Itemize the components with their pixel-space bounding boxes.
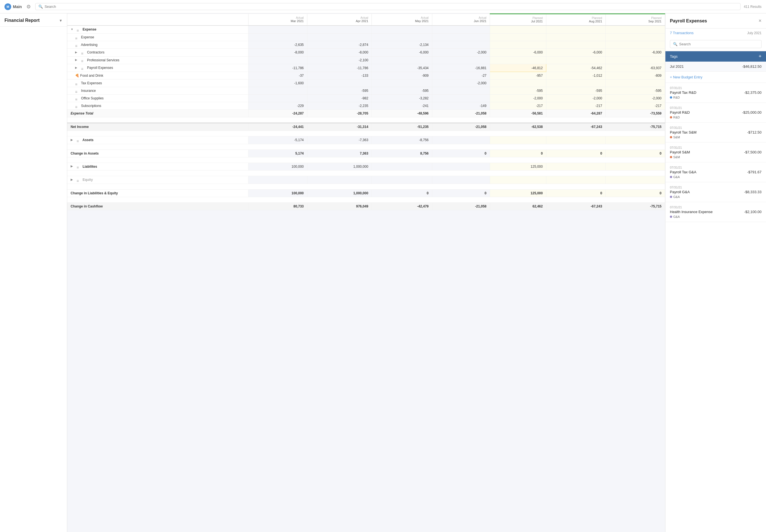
cell [307, 176, 372, 184]
cell: -595 [490, 87, 546, 95]
tag-label: G&A [673, 195, 680, 199]
cell: 0 [546, 190, 606, 197]
cell [432, 176, 490, 184]
cell: -63,937 [606, 64, 665, 72]
cell: -48,596 [372, 110, 432, 117]
hamburger-icon [76, 165, 80, 168]
cell: -7,363 [307, 136, 372, 144]
transaction-date: 07/31/21 [670, 126, 762, 129]
table-row: Change in Assets 5,174 7,363 8,756 0 0 0… [67, 150, 665, 157]
chevron-right-icon[interactable]: ▶ [75, 51, 79, 55]
tag-label: G&A [673, 215, 680, 218]
cell [490, 33, 546, 41]
col-header-jul2021: Planned Jul 2021 [490, 14, 546, 26]
global-search-box[interactable]: 🔍 [35, 3, 741, 10]
chevron-down-icon[interactable]: ▼ [59, 18, 62, 23]
cell [606, 136, 665, 144]
gear-icon[interactable]: ⚙ [25, 3, 32, 11]
table-row: Expense [67, 33, 665, 41]
chevron-down-icon[interactable]: ▼ [71, 28, 74, 32]
global-search-input[interactable] [45, 4, 737, 9]
cell [248, 87, 307, 95]
row-label: Expense [67, 33, 248, 41]
chevron-right-icon[interactable]: ▶ [75, 66, 79, 70]
row-label: ▶ Professional Services [67, 56, 248, 64]
cell: -37 [248, 72, 307, 80]
list-item[interactable]: 07/31/21 Payroll G&A -$8,333.33 G&A [665, 182, 766, 202]
chevron-right-icon[interactable]: ▶ [71, 165, 74, 169]
list-item[interactable]: 07/31/21 Payroll Tax G&A -$791.67 G&A [665, 162, 766, 182]
add-tag-button[interactable]: + [758, 53, 762, 59]
spacer-row [67, 197, 665, 203]
list-item[interactable]: 07/31/21 Payroll R&D -$25,000.00 R&D [665, 103, 766, 123]
transaction-row: Payroll Tax R&D -$2,375.00 [670, 90, 762, 95]
cell: -42,479 [372, 203, 432, 210]
tag-dot-icon [670, 196, 672, 198]
tag-dot-icon [670, 96, 672, 99]
cell [372, 176, 432, 184]
list-item[interactable]: 07/31/21 Payroll Tax S&M -$712.50 S&M [665, 123, 766, 143]
hamburger-icon [76, 139, 80, 142]
cell: -982 [307, 95, 372, 102]
row-label: ▼ Expense [67, 25, 248, 33]
cell: -8,000 [248, 48, 307, 56]
chevron-right-icon[interactable]: ▶ [75, 58, 79, 62]
panel-search-box[interactable]: 🔍 [670, 40, 762, 48]
table-row: Advertising -2,635 -2,874 -2,134 [67, 41, 665, 48]
cell: -11,786 [307, 64, 372, 72]
row-label: Expense Total [67, 110, 248, 117]
cell: 1,000,000 [307, 190, 372, 197]
cell [372, 80, 432, 87]
cell [546, 25, 606, 33]
transaction-date: 07/31/21 [670, 186, 762, 189]
list-item[interactable]: 07/31/21 Payroll S&M -$7,500.00 S&M [665, 143, 766, 162]
cell [606, 25, 665, 33]
cell [248, 25, 307, 33]
row-label: Tax Expenses [67, 80, 248, 87]
cell [546, 136, 606, 144]
cell [490, 136, 546, 144]
cell: -75,715 [606, 203, 665, 210]
panel-search-input[interactable] [679, 42, 758, 46]
row-label: Change in Assets [67, 150, 248, 157]
cell: 0 [606, 190, 665, 197]
close-icon[interactable]: × [758, 18, 762, 24]
cell: -229 [248, 102, 307, 110]
list-item[interactable]: 07/31/21 Payroll Tax R&D -$2,375.00 R&D [665, 83, 766, 103]
cell: -27 [432, 72, 490, 80]
cell: 1,000,000 [307, 163, 372, 171]
cell [490, 80, 546, 87]
cell [606, 80, 665, 87]
hamburger-icon [76, 28, 80, 31]
search-icon: 🔍 [38, 4, 43, 9]
chevron-right-icon[interactable]: ▶ [71, 138, 74, 142]
cell: -595 [606, 87, 665, 95]
spacer-row [67, 184, 665, 190]
report-area: Actual Mar 2021 Actual Apr 2021 Actual M… [67, 13, 665, 532]
tag-label: S&M [673, 155, 680, 159]
app-title: Main [13, 4, 22, 9]
row-label-header [67, 14, 248, 26]
cell [372, 163, 432, 171]
cell: -217 [606, 102, 665, 110]
sidebar-header: Financial Report ▼ [0, 13, 67, 27]
cell [606, 163, 665, 171]
chevron-right-icon[interactable]: ▶ [71, 178, 74, 182]
cell [432, 33, 490, 41]
new-budget-entry-button[interactable]: + New Budget Entry [670, 75, 762, 79]
cell: 100,000 [248, 190, 307, 197]
right-panel: Payroll Expenses × 7 Transactions July 2… [665, 13, 766, 532]
cell: 100,000 [248, 163, 307, 171]
list-item[interactable]: 07/31/21 Health Insurance Expense -$2,10… [665, 202, 766, 222]
cell: -54,462 [546, 64, 606, 72]
cell-payroll-jul[interactable]: -46,812 [490, 64, 546, 72]
cell [546, 80, 606, 87]
cell: 976,049 [307, 203, 372, 210]
row-label: Advertising [67, 41, 248, 48]
cell: -241 [372, 102, 432, 110]
cell: -595 [372, 87, 432, 95]
tag-label: S&M [673, 136, 680, 139]
cell [307, 80, 372, 87]
cell: -3,282 [372, 95, 432, 102]
hamburger-icon [75, 44, 79, 46]
